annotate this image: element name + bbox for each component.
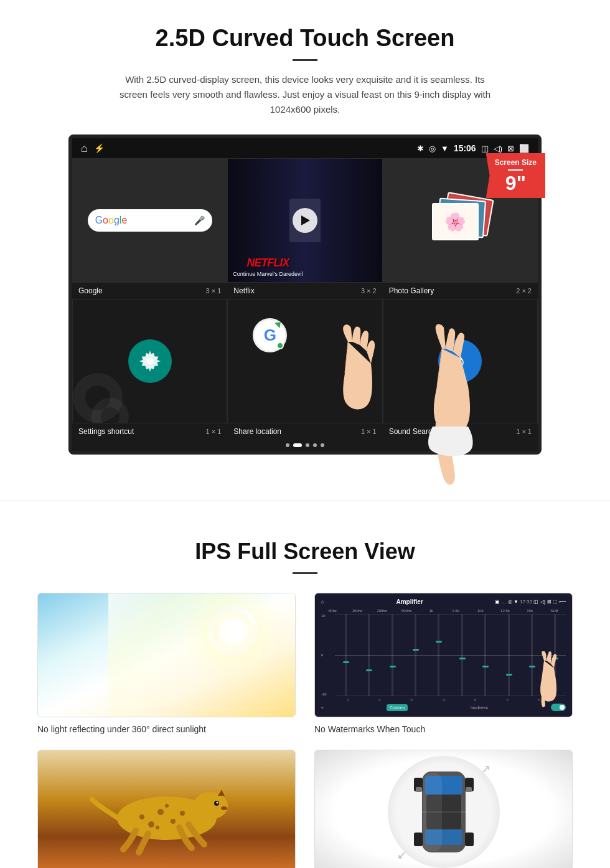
screen-size-badge: Screen Size 9" — [486, 153, 545, 198]
google-search-bar[interactable]: Google 🎤 — [88, 209, 212, 232]
netflix-badge: NETFLIX Continue Marvel's Daredevil — [233, 257, 303, 277]
share-label-text: Share location — [233, 427, 281, 436]
angle-arrow-2: ↙ — [397, 848, 406, 862]
settings-icon-wrap — [128, 339, 172, 383]
cheetah-image — [37, 750, 296, 868]
svg-point-8 — [157, 809, 164, 815]
amp-custom-button[interactable]: Custom — [387, 704, 408, 711]
eq-slider-8[interactable] — [498, 614, 519, 696]
car-circle-bg: ↗ ↙ — [388, 756, 500, 868]
section1-description: With 2.5D curved-display screen, this de… — [112, 72, 498, 117]
photo-item-1: 🌸 — [432, 203, 479, 240]
netflix-continue-text: Continue Marvel's Daredevil — [233, 271, 303, 277]
svg-point-6 — [216, 802, 218, 804]
home-icon[interactable]: ⌂ — [81, 142, 88, 155]
window-icon[interactable]: ⬜ — [519, 144, 529, 153]
dot-3[interactable] — [306, 443, 309, 447]
screen-size-value: 9" — [495, 173, 537, 193]
hand-touch-icon — [307, 323, 383, 423]
dot-5[interactable] — [321, 443, 324, 447]
feature-car: ↗ ↙ Large Viewing Angle — [314, 750, 573, 868]
settings-label-text: Settings shortcut — [78, 427, 134, 436]
photo-app-label: Photo Gallery 2 × 2 — [383, 283, 538, 299]
screen-size-label: Screen Size — [495, 158, 537, 167]
close-icon[interactable]: ⊠ — [507, 144, 514, 153]
google-app-cell[interactable]: Google 🎤 — [72, 158, 227, 283]
eq-slider-7[interactable] — [474, 614, 495, 696]
settings-grid-size: 1 × 1 — [206, 428, 222, 435]
status-bar: ⌂ ⚡ ✱ ◎ ▼ 15:06 ◫ ◁) ⊠ ⬜ — [72, 138, 538, 158]
amp-loudness-label: loudness — [471, 705, 488, 710]
svg-rect-22 — [414, 833, 423, 846]
eq-slider-4[interactable] — [405, 614, 426, 696]
eq-slider-2[interactable] — [358, 614, 379, 696]
settings-app-cell[interactable] — [72, 299, 227, 423]
svg-point-12 — [165, 804, 169, 808]
svg-point-7 — [221, 806, 227, 810]
svg-point-10 — [148, 821, 154, 828]
google-maps-icon: G — [253, 318, 287, 352]
netflix-grid-size: 3 × 2 — [361, 287, 377, 295]
music-note-icon: ♪ — [454, 348, 466, 374]
dot-4[interactable] — [313, 443, 317, 447]
amp-back-icon[interactable]: « — [321, 705, 324, 710]
dot-1[interactable] — [286, 443, 289, 447]
svg-point-11 — [180, 811, 185, 816]
section2-divider — [293, 572, 317, 574]
app-grid-row1: Google 🎤 NETFLIX — [72, 158, 538, 283]
share-grid-size: 1 × 1 — [361, 428, 377, 435]
google-logo: Google — [95, 215, 128, 226]
sunlight-visual — [38, 593, 295, 717]
ips-section: IPS Full Screen View No light reflecting… — [0, 526, 610, 868]
feature-sunlight: No light reflecting under 360° direct su… — [37, 593, 296, 735]
photo-label-text: Photo Gallery — [389, 286, 434, 295]
netflix-app-cell[interactable]: NETFLIX Continue Marvel's Daredevil — [227, 158, 382, 283]
mic-icon[interactable]: 🎤 — [194, 215, 205, 225]
car-top-view-svg — [413, 762, 475, 862]
eq-slider-3[interactable] — [382, 614, 403, 696]
play-button[interactable] — [293, 208, 317, 233]
app-label-row1: Google 3 × 1 Netflix 3 × 2 Photo Gallery… — [72, 283, 538, 299]
sound-label-text: Sound Search — [389, 427, 436, 436]
cheetah-visual — [38, 750, 295, 868]
eq-slider-6[interactable] — [451, 614, 472, 696]
photo-grid-size: 2 × 2 — [516, 287, 532, 295]
google-label-text: Google — [78, 286, 103, 295]
sound-search-cell[interactable]: ♪ — [383, 299, 538, 423]
flower-icon: 🌸 — [444, 212, 466, 232]
device-screen: ⌂ ⚡ ✱ ◎ ▼ 15:06 ◫ ◁) ⊠ ⬜ — [68, 134, 542, 455]
photo-stack: 🌸 — [432, 196, 488, 245]
car-image: ↗ ↙ — [314, 750, 573, 868]
eq-slider-5[interactable] — [428, 614, 449, 696]
status-time: 15:06 — [454, 143, 476, 153]
svg-rect-23 — [465, 833, 474, 846]
home-icon-amp: ⌂ — [321, 599, 324, 605]
device-mockup: Screen Size 9" ⌂ ⚡ ✱ ◎ ▼ 15:06 ◫ ◁) ⊠ — [68, 134, 542, 455]
amp-time: 17:33 — [520, 599, 532, 605]
location-icon: ◎ — [429, 144, 436, 153]
gear-icon — [138, 349, 162, 373]
feature-grid: No light reflecting under 360° direct su… — [37, 593, 573, 868]
svg-rect-25 — [416, 787, 422, 792]
svg-point-13 — [139, 814, 144, 819]
amplifier-label: No Watermarks When Touch — [314, 724, 425, 734]
cheetah-silhouette — [80, 768, 254, 856]
amplifier-ui: ⌂ Amplifier ▣ … ◎ ▼ 17:33 ◫ ◁) ⊠ ⬚ ⟵ 60h… — [315, 593, 572, 717]
dot-2-active[interactable] — [293, 443, 302, 447]
netflix-app-label: Netflix 3 × 2 — [227, 283, 382, 299]
feature-amplifier: ⌂ Amplifier ▣ … ◎ ▼ 17:33 ◫ ◁) ⊠ ⬚ ⟵ 60h… — [314, 593, 573, 735]
eq-slider-1[interactable] — [335, 614, 356, 696]
svg-point-14 — [156, 826, 159, 829]
sunlight-image — [37, 593, 296, 717]
bluetooth-icon: ✱ — [417, 144, 424, 153]
angle-arrow-1: ↗ — [481, 762, 490, 776]
share-app-label: Share location 1 × 1 — [227, 423, 382, 440]
green-dot — [276, 342, 284, 349]
sound-grid-size: 1 × 1 — [516, 428, 532, 435]
share-location-cell[interactable]: G — [227, 299, 382, 423]
wifi-icon: ▼ — [441, 144, 449, 153]
app-grid-row2: G — [72, 299, 538, 423]
play-triangle-icon — [301, 215, 310, 225]
status-bar-right: ✱ ◎ ▼ 15:06 ◫ ◁) ⊠ ⬜ — [417, 143, 529, 153]
page-separator — [0, 501, 610, 501]
